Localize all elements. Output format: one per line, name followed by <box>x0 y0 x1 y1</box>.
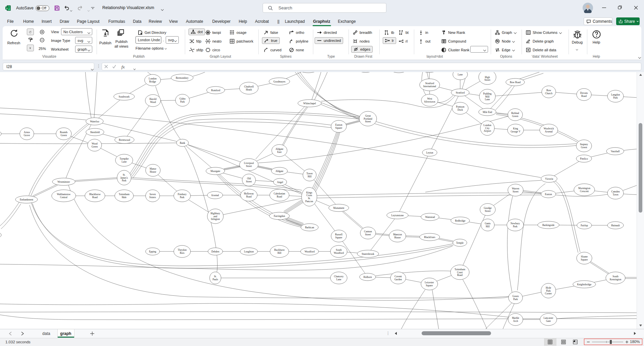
svg-text:Temple: Temple <box>456 241 464 244</box>
svg-text:Park: Park <box>180 196 184 199</box>
svg-text:Corner: Corner <box>545 292 552 295</box>
svg-text:Airport: Airport <box>484 129 491 132</box>
svg-text:Hill: Hill <box>486 225 490 228</box>
svg-text:Silvertown: Silvertown <box>424 100 435 103</box>
svg-text:Westminster: Westminster <box>57 180 70 183</box>
svg-text:Hale: Hale <box>122 196 127 199</box>
svg-text:Park: Park <box>180 100 185 103</box>
svg-text:Road: Road <box>277 195 282 198</box>
svg-text:Sisters: Sisters <box>149 196 156 199</box>
svg-text:Barkingside: Barkingside <box>542 224 555 227</box>
svg-text:Brentwood: Brentwood <box>119 138 130 141</box>
svg-text:Lane: Lane <box>485 98 490 101</box>
svg-text:Bois: Bois <box>180 251 184 254</box>
svg-text:Hainault: Hainault <box>611 224 620 227</box>
svg-text:Park: Park <box>513 298 518 301</box>
svg-text:Debden: Debden <box>211 250 219 253</box>
svg-text:Snaresbrook: Snaresbrook <box>362 252 374 255</box>
svg-text:Lane: Lane <box>122 160 127 163</box>
svg-text:Green: Green <box>512 115 519 118</box>
svg-text:Waterloo: Waterloo <box>90 120 99 123</box>
svg-text:Whitechapel: Whitechapel <box>303 102 316 105</box>
svg-text:Street: Street <box>246 180 252 183</box>
svg-text:Central: Central <box>60 196 67 199</box>
svg-text:Crescent: Crescent <box>580 190 589 193</box>
svg-text:Romford: Romford <box>211 89 220 92</box>
svg-text:Town: Town <box>613 193 619 196</box>
svg-text:International: International <box>423 85 436 88</box>
svg-text:Blackfriars: Blackfriars <box>424 236 435 239</box>
svg-text:Road: Road <box>457 274 463 277</box>
svg-text:Leytonstone: Leytonstone <box>391 214 404 217</box>
svg-text:Vauxhall: Vauxhall <box>611 150 620 153</box>
svg-text:Park: Park <box>613 96 618 99</box>
svg-text:Bridge: Bridge <box>149 80 156 83</box>
svg-text:Pancras: Pancras <box>305 200 313 203</box>
svg-text:Street: Street <box>246 165 252 168</box>
svg-text:Gate: Gate <box>546 320 551 323</box>
svg-text:Goodmayes: Goodmayes <box>273 80 285 83</box>
svg-text:Church: Church <box>545 92 552 95</box>
svg-text:Green: Green <box>92 145 98 148</box>
svg-text:Knightsbridge: Knightsbridge <box>577 283 592 286</box>
svg-text:Hill: Hill <box>277 251 281 254</box>
svg-text:Bank: Bank <box>180 141 185 145</box>
svg-text:Islington: Islington <box>211 218 220 221</box>
svg-text:House: House <box>394 236 401 239</box>
svg-text:x: x <box>6 7 8 10</box>
svg-text:House: House <box>150 170 156 173</box>
svg-text:Leyton: Leyton <box>426 151 433 154</box>
svg-text:Monument: Monument <box>333 207 345 210</box>
svg-text:Woodford: Woodford <box>305 250 315 253</box>
svg-text:Wood: Wood <box>150 101 156 104</box>
svg-text:Loughton: Loughton <box>244 250 254 253</box>
svg-text:Heath: Heath <box>246 88 252 91</box>
svg-text:Street: Street <box>365 120 371 123</box>
svg-text:Holborn: Holborn <box>364 276 372 279</box>
svg-text:Farringdon: Farringdon <box>274 215 285 218</box>
svg-text:Fairlop: Fairlop <box>581 224 588 227</box>
svg-text:George V: George V <box>511 130 521 133</box>
svg-text:Green: Green <box>61 134 67 137</box>
svg-text:Square: Square <box>426 284 433 287</box>
svg-text:Kensington: Kensington <box>610 278 622 281</box>
svg-text:Aldgate: Aldgate <box>275 170 283 173</box>
svg-text:Embankment: Embankment <box>20 198 34 201</box>
svg-text:Shenfield: Shenfield <box>90 131 100 134</box>
svg-text:Lane: Lane <box>458 73 463 76</box>
svg-text:Road: Road <box>92 196 98 199</box>
svg-text:Victoria: Victoria <box>545 177 553 180</box>
svg-text:Square: Square <box>335 126 342 129</box>
svg-text:Street: Street <box>484 78 490 81</box>
svg-text:Redbridge: Redbridge <box>455 219 466 222</box>
svg-text:Park: Park <box>122 179 126 182</box>
svg-text:Street: Street <box>365 233 371 236</box>
svg-text:Pimlico: Pimlico <box>580 157 588 160</box>
svg-text:Mile End: Mile End <box>483 111 492 114</box>
svg-text:Woodford: Woodford <box>334 251 344 254</box>
svg-text:Road: Road <box>246 195 252 198</box>
svg-text:Street: Street <box>485 210 491 213</box>
svg-text:Lane: Lane <box>336 278 342 281</box>
svg-text:Epping: Epping <box>149 250 156 253</box>
svg-text:Garden: Garden <box>394 278 402 281</box>
svg-text:Southwark: Southwark <box>119 95 130 98</box>
svg-text:Grove: Grove <box>24 134 30 137</box>
svg-text:fx: fx <box>121 64 125 69</box>
svg-text:Road: Road <box>581 95 587 98</box>
svg-text:Euston: Euston <box>545 193 552 196</box>
svg-text:Pauls: Pauls <box>213 278 218 281</box>
svg-text:East: East <box>277 151 282 154</box>
svg-text:Arsenal: Arsenal <box>211 194 219 197</box>
svg-text:Barbican: Barbican <box>305 226 314 229</box>
svg-text:Arch: Arch <box>513 320 518 323</box>
svg-text:Bow Road: Bow Road <box>510 81 521 84</box>
svg-text:Street: Street <box>513 190 519 193</box>
svg-text:Bermondsey: Bermondsey <box>176 76 189 79</box>
svg-text:Green: Green <box>581 146 587 149</box>
svg-text:Hill: Hill <box>308 175 312 178</box>
svg-text:Stratford: Stratford <box>456 91 465 94</box>
svg-text:Square: Square <box>581 258 588 261</box>
svg-text:Wanstead: Wanstead <box>425 216 435 219</box>
svg-text:Park: Park <box>513 225 518 228</box>
